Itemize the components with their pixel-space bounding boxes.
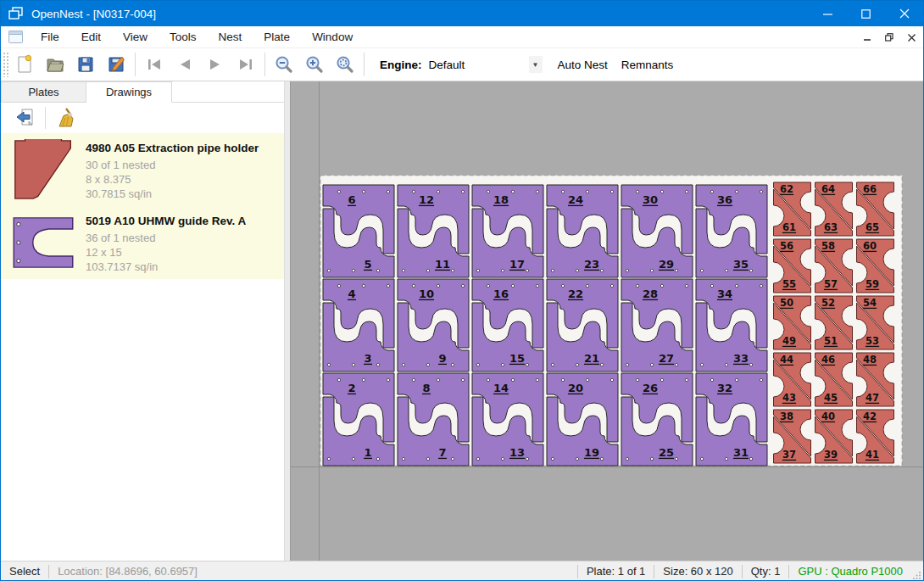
menu-item-file[interactable]: File [30,26,70,48]
main-toolbar: Engine: Default ▼ Auto Nest Remnants [1,48,923,81]
save-as-button[interactable] [101,51,131,78]
toolbar-grip[interactable] [3,52,9,77]
part-number-label: 22 [568,288,583,300]
menu-item-window[interactable]: Window [301,26,364,48]
menu-item-nest[interactable]: Nest [208,26,253,48]
previous-arrow-icon [175,54,195,75]
window-title: OpenNest - [N0317-004] [31,8,156,20]
status-plate-size: Size: 60 x 120 [654,565,741,578]
status-location: Location: [84.8696, 60.6957] [49,565,206,578]
return-part-icon [15,108,36,128]
part-number-label: 37 [782,449,796,461]
app-window-icon [8,7,24,20]
toolbar-separator [264,53,265,76]
remnants-button[interactable]: Remnants [615,53,681,76]
panel-tabs: Plates Drawings [1,81,290,103]
main-area: Plates Drawings [1,81,923,561]
next-plate-button[interactable] [200,51,231,78]
mdi-close-button[interactable] [905,31,918,44]
first-plate-button[interactable] [139,51,170,78]
part-number-label: 50 [780,297,793,309]
part-number-label: 39 [824,449,838,461]
save-button[interactable] [70,51,101,78]
menu-item-view[interactable]: View [112,26,159,48]
part-number-label: 11 [435,258,450,271]
menu-bar: FileEditViewToolsNestPlateWindow [1,26,923,48]
next-arrow-icon [205,54,225,75]
maximize-button[interactable] [847,1,885,26]
open-button[interactable] [40,51,70,78]
part-number-label: 2 [348,382,355,394]
close-button[interactable] [885,1,923,26]
zoom-fit-button[interactable] [330,51,360,78]
mdi-minimize-button[interactable] [860,31,874,44]
clear-button[interactable] [51,105,80,131]
resize-grip[interactable] [911,561,923,581]
tab-drawings[interactable]: Drawings [86,81,172,103]
part-number-label: 25 [659,446,674,459]
previous-plate-button[interactable] [170,51,200,78]
part-number-label: 6 [348,193,355,206]
title-bar: OpenNest - [N0317-004] [1,1,923,26]
panel-splitter[interactable] [284,81,290,561]
part-number-label: 54 [863,297,877,309]
part-number-label: 62 [780,183,793,195]
part-number-label: 31 [733,446,749,459]
minimize-icon [823,9,832,19]
part-number-label: 18 [493,193,509,206]
minimize-button[interactable] [809,1,847,26]
zoom-in-icon [304,54,325,75]
engine-dropdown-arrow-icon[interactable]: ▼ [529,56,543,73]
save-as-icon [106,54,126,75]
zoom-fit-icon [335,54,355,75]
part-number-label: 65 [866,221,879,233]
part-number-label: 32 [717,382,732,394]
drawing-item-1[interactable]: 5019 A10 UHMW guide Rev. A36 of 1 nested… [1,206,290,279]
tab-plates[interactable]: Plates [1,81,86,103]
part-number-label: 52 [821,297,835,309]
zoom-out-button[interactable] [269,51,299,78]
part-number-label: 8 [422,382,430,394]
part-number-label: 3 [364,352,371,365]
mdi-close-icon [908,34,916,42]
drawing-item-0[interactable]: 4980 A05 Extraction pipe holder30 of 1 n… [1,133,290,206]
new-button[interactable] [9,51,40,78]
part-number-label: 5 [364,258,371,271]
zoom-in-button[interactable] [299,51,330,78]
engine-label: Engine: [380,59,422,71]
status-plate-count: Plate: 1 of 1 [578,565,654,578]
status-bar: Select Location: [84.8696, 60.6957] Plat… [1,561,923,581]
part-number-label: 48 [863,354,877,366]
last-plate-button[interactable] [231,51,261,78]
engine-select[interactable]: Default [429,59,529,71]
drawing-size: 8 x 8.375 [86,172,259,187]
part-number-label: 1 [364,446,371,459]
part-number-label: 9 [438,352,446,365]
drawing-name: 4980 A05 Extraction pipe holder [86,142,259,154]
part-number-label: 63 [824,221,838,233]
return-part-button[interactable] [11,105,40,131]
tab-filler [172,81,290,103]
part-number-label: 10 [419,288,434,300]
menu-items: FileEditViewToolsNestPlateWindow [30,26,364,48]
part-number-label: 43 [782,392,796,404]
part-number-label: 12 [419,193,434,206]
zoom-out-icon [274,54,294,75]
status-qty: Qty: 1 [743,565,789,578]
part-number-label: 16 [493,288,509,300]
drawing-nested-count: 36 of 1 nested [86,231,246,245]
purple-part-thumbnail [12,216,75,269]
nest-canvas[interactable]: 6512111817242330293635431091615222128273… [290,81,924,561]
menu-item-tools[interactable]: Tools [159,26,208,48]
menu-item-edit[interactable]: Edit [70,26,112,48]
auto-nest-button[interactable]: Auto Nest [551,53,615,76]
part-number-label: 44 [780,354,793,366]
part-number-label: 55 [782,278,796,290]
last-arrow-icon [236,54,256,75]
status-gpu: GPU : Quadro P1000 [789,565,911,578]
plate[interactable]: 6512111817242330293635431091615222128273… [320,175,903,466]
menu-item-plate[interactable]: Plate [253,26,301,48]
part-number-label: 13 [509,446,525,459]
part-number-label: 47 [866,392,879,404]
mdi-restore-button[interactable] [882,31,896,44]
